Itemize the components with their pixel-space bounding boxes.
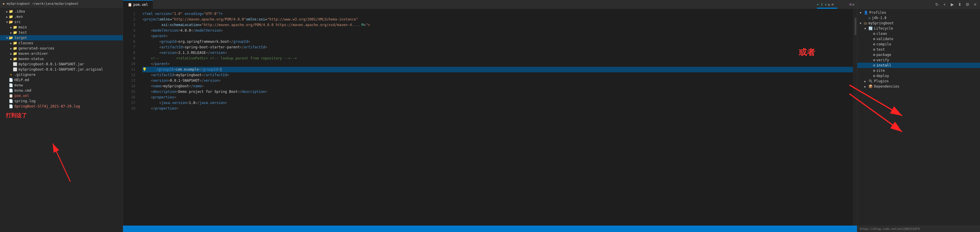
gear-icon-compile: ⚙ <box>873 42 875 46</box>
maven-refresh-btn[interactable]: ↻ <box>934 1 940 8</box>
tree-item-springlog[interactable]: ▶ 📄 spring.log <box>0 99 123 104</box>
code-content[interactable]: <?xml version="1.0" encoding="UTF-8"?> <… <box>138 9 853 226</box>
tab-pomxml-icon: 📋 <box>128 3 132 7</box>
code-line-13: <version>0.0.1-SNAPSHOT</version> <box>142 78 853 84</box>
maven-label-myspringboot: mySpringboot <box>869 21 894 25</box>
maven-settings-btn[interactable]: ⚙ <box>964 1 970 8</box>
refresh-icon[interactable]: ↻ <box>828 2 830 7</box>
folder-icon-target: 📂 <box>9 36 13 40</box>
tree-item-maven-status[interactable]: ▶ 📁 maven-status <box>0 56 123 62</box>
tree-label-mvn: .mvn <box>14 15 23 19</box>
chevron-mvn: ▶ <box>5 15 9 19</box>
layout-icon[interactable]: ≡ <box>832 2 834 6</box>
maven-label-verify: verify <box>876 58 889 62</box>
tree-item-gitignore[interactable]: ▶ 🔸 .gitignore <box>0 72 123 77</box>
gear-icon-package: ⚙ <box>873 53 875 57</box>
editor-area: ✔ 1 ∧ ↻ ≡ 📋 pom.xml m ✕ 1 2 3 4 5 <box>123 0 857 232</box>
chevron-maven-status: ▶ <box>10 57 13 60</box>
version-counter: ✔ 1 ∧ <box>817 3 827 6</box>
code-line-11: 💡 <groupId>com.example</groupId>| <box>142 67 853 72</box>
tree-label-gitignore: .gitignore <box>14 73 35 77</box>
maven-run-btn[interactable]: ▶ <box>949 1 955 8</box>
maven-item-lifecycle[interactable]: ▼ 🔄 Lifecycle <box>857 26 980 31</box>
gear-icon-clean: ⚙ <box>873 32 875 36</box>
pomxml-icon: 📋 <box>9 94 13 98</box>
code-line-9: <!-- <relativePath/> <!-- lookup parent … <box>142 56 853 61</box>
editor-outer: ✔ 1 ∧ ↻ ≡ 📋 pom.xml m ✕ 1 2 3 4 5 <box>123 0 857 232</box>
tree-label-pomxml: pom.xml <box>14 94 29 98</box>
tree-item-mvnw[interactable]: ▶ 📄 mvnw <box>0 83 123 88</box>
code-line-14: <name>mySpringboot</name> <box>142 84 853 89</box>
maven-item-plugins[interactable]: ▶ 🔌 Plugins <box>857 78 980 84</box>
tree-item-main[interactable]: ▶ 📁 main <box>0 25 123 30</box>
chevron-lifecycle: ▼ <box>864 27 869 30</box>
tree-item-pomxml[interactable]: ▶ 📋 pom.xml <box>0 93 123 99</box>
maven-item-compile[interactable]: ▶ ⚙ compile <box>857 41 980 47</box>
chevron-idea: ▶ <box>5 10 9 13</box>
tree-item-mvnwcmd[interactable]: ▶ 📄 mvnw.cmd <box>0 88 123 93</box>
git-icon-file: 🔸 <box>9 73 13 77</box>
mvnw-icon: 📄 <box>9 83 13 87</box>
tree-item-helpmd[interactable]: ▶ 📄 HELP.md <box>0 77 123 83</box>
myspringboot-icon: 🗂 <box>864 21 867 25</box>
tree-label-src: src <box>14 20 21 24</box>
chevron-generated-sources: ▶ <box>10 47 13 50</box>
maven-label-profiles: Profiles <box>869 11 886 15</box>
tree-item-maven-archiver[interactable]: ▶ 📁 maven-archiver <box>0 51 123 56</box>
tree-item-jar1[interactable]: ▶ ⬜ mySpringboot-0.0.1-SNAPSHOT.jar <box>0 62 123 67</box>
tree-item-test[interactable]: ▶ 📁 test <box>0 30 123 35</box>
tree-item-generated-sources[interactable]: ▶ 📁 generated-sources <box>0 46 123 51</box>
editor-status-bar <box>123 226 857 232</box>
maven-item-profiles[interactable]: ▼ 👤 Profiles <box>857 10 980 15</box>
tree-label-idea: .idea <box>14 10 25 13</box>
maven-label-package: package <box>876 53 891 57</box>
dependencies-icon: 📦 <box>869 84 873 89</box>
tree-item-idea[interactable]: ▶ 📁 .idea <box>0 9 123 14</box>
maven-item-install[interactable]: ▶ ⚙ install <box>857 63 980 68</box>
plugins-icon: 🔌 <box>869 79 873 83</box>
code-line-12: <artifactId>mySpringboot</artifactId> <box>142 72 853 78</box>
code-line-15: <description>Demo project for Spring Boo… <box>142 89 853 95</box>
gear-icon-verify: ⚙ <box>873 58 875 62</box>
folder-icon-src: 📂 <box>9 20 13 24</box>
editor-scrollbar[interactable] <box>853 9 857 226</box>
tree-item-mvn[interactable]: ▶ 📁 .mvn <box>0 14 123 19</box>
maven-item-validate[interactable]: ▶ ⚙ validate <box>857 37 980 41</box>
folder-icon-maven-archiver: 📁 <box>13 52 17 56</box>
maven-item-package[interactable]: ▶ ⚙ package <box>857 52 980 57</box>
code-line-16: <properties> <box>142 95 853 100</box>
maven-item-site[interactable]: ▶ ⚙ site <box>857 68 980 73</box>
file-tree-content: ▶ 📁 .idea ▶ 📁 .mvn ▼ 📂 src ▶ 📁 main <box>0 8 123 232</box>
folder-icon-maven-status: 📁 <box>13 57 17 61</box>
tree-label-target: target <box>14 36 27 40</box>
maven-item-verify[interactable]: ▶ ⚙ verify <box>857 57 980 63</box>
status-url-text: https://blog.csdn.net/wt1286331074 <box>860 227 920 230</box>
maven-item-clean[interactable]: ▶ ⚙ clean <box>857 31 980 37</box>
maven-item-jdk18[interactable]: ▶ ☑ jdk-1.8 <box>857 15 980 21</box>
editor-content: 1 2 3 4 5 6 7 8 9 10 11 12 13 14 15 16 1… <box>123 9 857 226</box>
chevron-target: ▼ <box>5 37 9 40</box>
maven-download-btn[interactable]: ⬇ <box>956 1 963 8</box>
chevron-plugins: ▶ <box>864 79 869 83</box>
maven-item-dependencies[interactable]: ▶ 📦 Dependencies <box>857 84 980 89</box>
folder-icon-idea: 📁 <box>9 10 13 13</box>
maven-label-plugins: Plugins <box>874 79 889 83</box>
tree-item-slf4jlog[interactable]: ▶ 📄 SpringBoot-Slf4j_2021-07-29.log <box>0 104 123 109</box>
tree-item-classes[interactable]: ▶ 📁 classes <box>0 40 123 46</box>
tree-item-src[interactable]: ▼ 📂 src <box>0 19 123 25</box>
code-line-6: <groupId>org.springframework.boot</group… <box>142 39 853 44</box>
maven-item-myspringboot[interactable]: ▼ 🗂 mySpringboot <box>857 21 980 26</box>
tab-pomxml[interactable]: 📋 pom.xml <box>123 0 153 9</box>
tree-label-jar2: mySpringboot-0.0.1-SNAPSHOT.jar.original <box>19 67 103 72</box>
maven-panel: ↻ + ▶ ⬇ ⚙ ≡ ▼ 👤 Profiles ▶ ☑ jdk-1.8 ▼ 🗂… <box>857 0 980 232</box>
maven-collapse-btn[interactable]: ≡ <box>972 1 978 8</box>
maven-item-test-lifecycle[interactable]: ▶ ⚙ test <box>857 47 980 52</box>
tree-label-springlog: spring.log <box>14 99 35 103</box>
close-tab-icon[interactable]: ✕ <box>852 2 854 7</box>
tree-item-target[interactable]: ▼ 📂 target <box>0 35 123 40</box>
file-tree-header: ▶ mySpringboot ~/work/java/mySpringboot <box>0 0 123 8</box>
tree-item-jar2[interactable]: ▶ ⬜ mySpringboot-0.0.1-SNAPSHOT.jar.orig… <box>0 67 123 72</box>
maven-item-deploy[interactable]: ▶ ⚙ deploy <box>857 73 980 78</box>
maven-add-btn[interactable]: + <box>941 1 948 8</box>
md-icon: 📄 <box>9 78 13 82</box>
